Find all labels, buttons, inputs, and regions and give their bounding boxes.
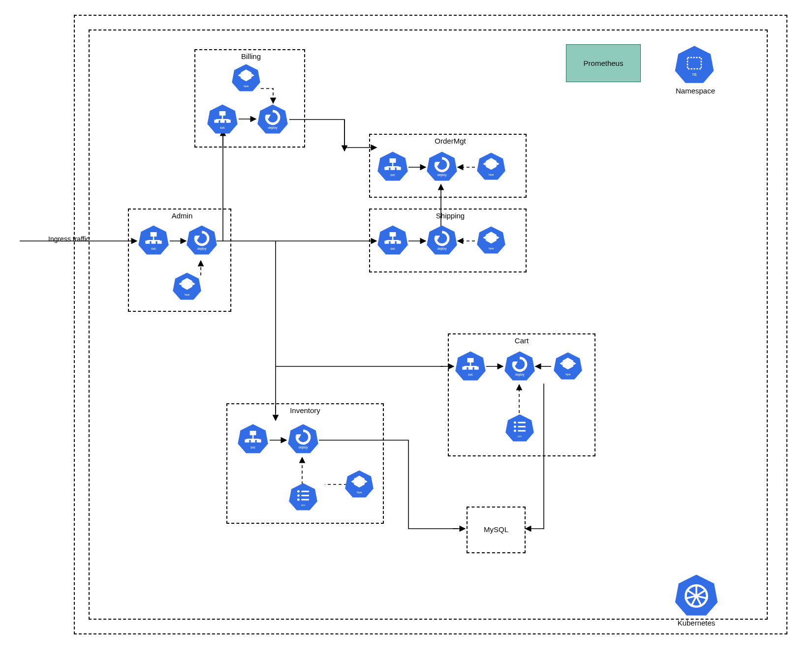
svg-text:deploy: deploy xyxy=(197,247,207,251)
cart-cm-icon: cm xyxy=(505,413,534,443)
svg-rect-34 xyxy=(157,240,162,243)
svg-rect-54 xyxy=(220,120,225,122)
svg-text:hpa: hpa xyxy=(244,85,249,88)
svg-rect-66 xyxy=(397,167,401,170)
billing-title: Billing xyxy=(226,52,276,60)
svg-text:svc: svc xyxy=(250,446,255,449)
svg-rect-117 xyxy=(250,431,256,435)
svg-rect-50 xyxy=(219,111,226,116)
svg-rect-33 xyxy=(152,240,156,243)
prometheus-box: Prometheus xyxy=(566,44,641,82)
svg-text:hpa: hpa xyxy=(565,373,571,376)
svg-text:deploy: deploy xyxy=(268,126,278,130)
cart-deploy-icon: deploy xyxy=(504,350,535,382)
billing-hpa-icon: hpa xyxy=(231,63,261,92)
billing-deploy-icon: deploy xyxy=(257,103,288,135)
mysql-title: MySQL xyxy=(467,525,526,534)
svg-rect-55 xyxy=(226,120,231,122)
svg-rect-81 xyxy=(391,240,395,243)
prometheus-label: Prometheus xyxy=(584,59,624,67)
svg-text:deploy: deploy xyxy=(515,373,525,377)
kubernetes-label: Kubernetes xyxy=(674,619,718,627)
admin-hpa-icon: hpa xyxy=(172,271,202,301)
namespace-label: Namespace xyxy=(668,87,722,95)
svg-text:hpa: hpa xyxy=(489,247,494,250)
cart-hpa-icon: hpa xyxy=(553,351,583,381)
inventory-svc-icon: svc xyxy=(237,423,269,454)
svg-point-133 xyxy=(297,490,300,493)
svg-text:hpa: hpa xyxy=(357,491,362,494)
svg-text:cm: cm xyxy=(518,435,522,438)
svg-rect-64 xyxy=(384,167,389,170)
svg-marker-25 xyxy=(675,46,714,83)
admin-svc-icon: svc xyxy=(138,224,169,256)
svg-point-111 xyxy=(514,425,516,428)
svg-rect-93 xyxy=(468,358,474,362)
svg-text:svc: svc xyxy=(151,247,156,250)
svg-rect-29 xyxy=(151,232,157,237)
svg-point-109 xyxy=(514,421,516,424)
ordermgt-title: OrderMgt xyxy=(423,137,477,145)
svg-rect-121 xyxy=(251,439,255,442)
svg-rect-98 xyxy=(474,366,479,369)
svg-text:svc: svc xyxy=(468,373,473,376)
diagram-canvas: Kubernetes ns Namespace Prometheus Ingre… xyxy=(0,0,812,659)
svg-text:hpa: hpa xyxy=(185,293,190,296)
inventory-title: Inventory xyxy=(281,406,330,415)
inventory-cm-icon: cm xyxy=(288,482,318,511)
svg-text:svc: svc xyxy=(390,247,395,250)
svg-point-137 xyxy=(297,499,300,501)
svg-rect-53 xyxy=(214,120,219,122)
admin-title: Admin xyxy=(153,211,212,220)
svg-rect-65 xyxy=(391,167,395,170)
svg-text:deploy: deploy xyxy=(437,173,447,177)
svg-point-113 xyxy=(514,430,516,432)
shipping-svc-icon: svc xyxy=(377,224,408,256)
svg-rect-97 xyxy=(468,366,473,369)
svg-text:svc: svc xyxy=(390,173,395,177)
inventory-deploy-icon: deploy xyxy=(287,423,319,454)
ordermgt-svc-icon: svc xyxy=(377,150,408,182)
billing-svc-icon: svc xyxy=(207,103,238,135)
shipping-deploy-icon: deploy xyxy=(426,224,458,256)
cart-title: Cart xyxy=(502,336,541,345)
svg-text:svc: svc xyxy=(220,126,225,129)
shipping-hpa-icon: hpa xyxy=(476,225,506,255)
svg-rect-77 xyxy=(390,232,396,237)
namespace-box xyxy=(89,30,768,620)
ordermgt-hpa-icon: hpa xyxy=(476,151,506,181)
svg-text:cm: cm xyxy=(301,504,305,507)
svg-rect-122 xyxy=(257,439,261,442)
svg-rect-120 xyxy=(245,439,249,442)
svg-text:hpa: hpa xyxy=(489,173,494,176)
svg-text:deploy: deploy xyxy=(299,446,309,449)
svg-rect-80 xyxy=(384,240,389,243)
cart-svc-icon: svc xyxy=(455,350,486,382)
svg-rect-82 xyxy=(397,240,401,243)
namespace-icon: ns xyxy=(674,44,715,85)
ingress-label: Ingress traffic xyxy=(48,235,90,243)
admin-deploy-icon: deploy xyxy=(186,224,218,256)
inventory-hpa-icon: hpa xyxy=(344,469,374,499)
svg-text:deploy: deploy xyxy=(437,247,447,251)
svg-rect-32 xyxy=(145,240,150,243)
svg-rect-61 xyxy=(390,158,396,163)
svg-rect-96 xyxy=(462,366,467,369)
svg-point-135 xyxy=(297,494,300,497)
svg-text:ns: ns xyxy=(692,72,697,77)
shipping-title: Shipping xyxy=(423,211,477,220)
ordermgt-deploy-icon: deploy xyxy=(426,150,458,182)
